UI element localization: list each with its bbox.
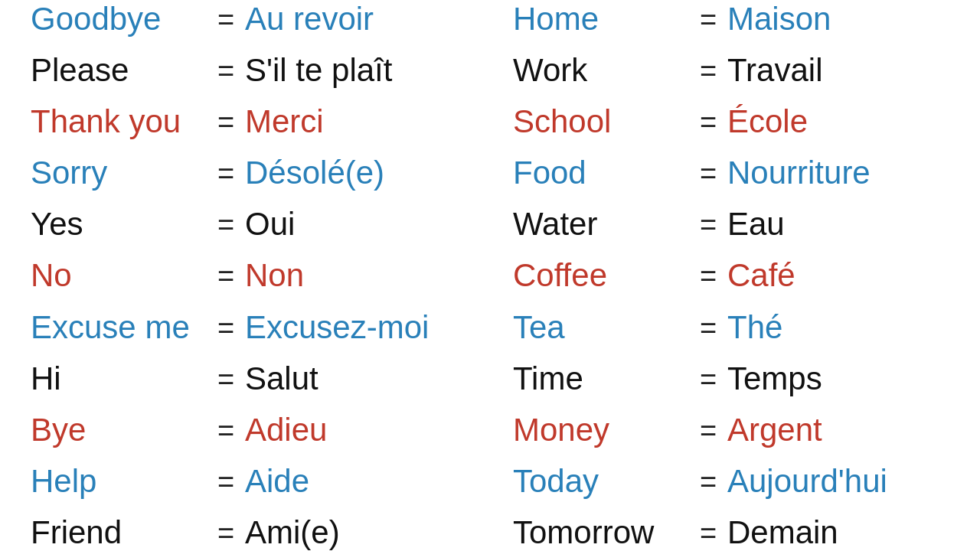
vocab-row: Water=Eau	[513, 199, 949, 249]
equals-sign: =	[689, 511, 727, 551]
english-word: Thank you	[31, 96, 207, 146]
french-word: Aide	[245, 456, 309, 506]
vocab-row: Food=Nourriture	[513, 148, 949, 197]
english-word: Bye	[31, 405, 207, 455]
english-word: Tea	[513, 302, 689, 352]
french-word: Thé	[727, 302, 782, 352]
equals-sign: =	[207, 409, 245, 454]
left-column: Hello=BonjourGoodbye=Au revoirPlease=S'i…	[31, 0, 467, 551]
equals-sign: =	[689, 100, 727, 145]
vocab-row: Yes=Oui	[31, 199, 467, 249]
equals-sign: =	[689, 203, 727, 248]
equals-sign: =	[207, 357, 245, 403]
equals-sign: =	[207, 511, 245, 551]
english-word: Today	[513, 456, 689, 506]
equals-sign: =	[207, 152, 245, 197]
vocab-row: Please=S'il te plaît	[31, 45, 467, 95]
english-word: No	[31, 250, 207, 300]
french-word: Désolé(e)	[245, 148, 384, 197]
equals-sign: =	[689, 49, 727, 94]
equals-sign: =	[207, 49, 245, 94]
english-word: Money	[513, 405, 689, 455]
french-word: Excusez-moi	[245, 302, 429, 352]
english-word: Work	[513, 45, 689, 95]
french-word: Adieu	[245, 405, 327, 455]
equals-sign: =	[207, 100, 245, 145]
right-column: Love=AmourHome=MaisonWork=TravailSchool=…	[513, 0, 949, 551]
english-word: Please	[31, 45, 207, 95]
french-word: Travail	[727, 45, 822, 95]
english-word: Time	[513, 354, 689, 403]
french-word: École	[727, 96, 808, 146]
vocab-row: Coffee=Café	[513, 250, 949, 300]
vocab-row: Work=Travail	[513, 45, 949, 95]
equals-sign: =	[689, 254, 727, 299]
vocab-row: Excuse me=Excusez-moi	[31, 302, 467, 352]
french-word: Ami(e)	[245, 507, 340, 551]
equals-sign: =	[207, 203, 245, 248]
vocab-row: No=Non	[31, 250, 467, 300]
equals-sign: =	[689, 460, 727, 505]
vocab-grid: Hello=BonjourGoodbye=Au revoirPlease=S'i…	[0, 0, 980, 551]
english-word: Water	[513, 199, 689, 249]
french-word: S'il te plaît	[245, 45, 392, 95]
equals-sign: =	[689, 409, 727, 454]
english-word: Tomorrow	[513, 507, 689, 551]
french-word: Café	[727, 250, 795, 300]
equals-sign: =	[207, 306, 245, 351]
english-word: Goodbye	[31, 0, 207, 44]
equals-sign: =	[689, 306, 727, 351]
vocab-row: Time=Temps	[513, 354, 949, 403]
english-word: Help	[31, 456, 207, 506]
equals-sign: =	[689, 152, 727, 197]
french-word: Salut	[245, 354, 318, 403]
vocab-row: Today=Aujourd'hui	[513, 456, 949, 506]
french-word: Nourriture	[727, 148, 871, 197]
french-word: Aujourd'hui	[727, 456, 887, 506]
vocab-row: Money=Argent	[513, 405, 949, 455]
equals-sign: =	[207, 460, 245, 505]
french-word: Temps	[727, 354, 822, 403]
french-word: Maison	[727, 0, 831, 44]
vocab-row: Goodbye=Au revoir	[31, 0, 467, 44]
vocab-row: Bye=Adieu	[31, 405, 467, 455]
english-word: Food	[513, 148, 689, 197]
english-word: Sorry	[31, 148, 207, 197]
vocab-row: Help=Aide	[31, 456, 467, 506]
equals-sign: =	[689, 0, 727, 43]
french-word: Non	[245, 250, 304, 300]
equals-sign: =	[207, 254, 245, 299]
vocab-row: Thank you=Merci	[31, 96, 467, 146]
vocab-row: Friend=Ami(e)	[31, 507, 467, 551]
english-word: Coffee	[513, 250, 689, 300]
vocab-row: Hi=Salut	[31, 354, 467, 403]
equals-sign: =	[207, 0, 245, 43]
vocab-row: School=École	[513, 96, 949, 146]
french-word: Au revoir	[245, 0, 374, 44]
english-word: Hi	[31, 354, 207, 403]
equals-sign: =	[689, 357, 727, 403]
vocab-row: Home=Maison	[513, 0, 949, 44]
french-word: Merci	[245, 96, 324, 146]
french-word: Argent	[727, 405, 822, 455]
english-word: Friend	[31, 507, 207, 551]
vocab-row: Sorry=Désolé(e)	[31, 148, 467, 197]
english-word: Excuse me	[31, 302, 207, 352]
english-word: Yes	[31, 199, 207, 249]
vocab-row: Tea=Thé	[513, 302, 949, 352]
french-word: Demain	[727, 507, 838, 551]
vocab-row: Tomorrow=Demain	[513, 507, 949, 551]
french-word: Eau	[727, 199, 785, 249]
english-word: School	[513, 96, 689, 146]
french-word: Oui	[245, 199, 295, 249]
english-word: Home	[513, 0, 689, 44]
